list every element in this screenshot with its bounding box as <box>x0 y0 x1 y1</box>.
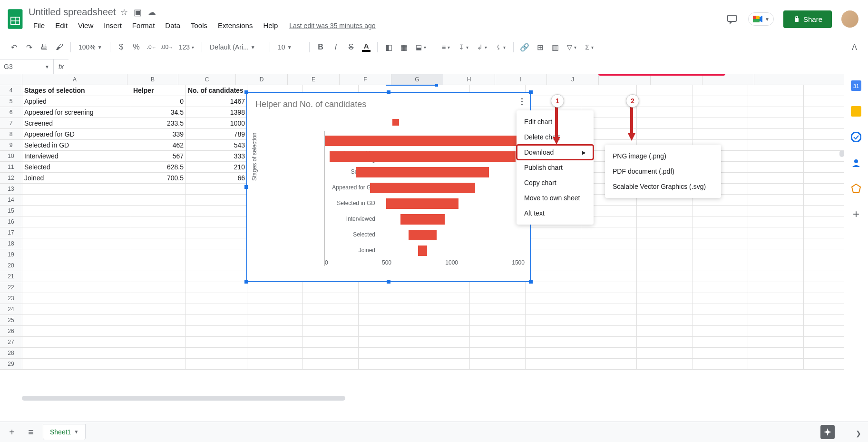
cell[interactable]: 339 <box>131 129 186 139</box>
cell[interactable]: 34.5 <box>131 107 186 118</box>
cell[interactable]: Stages of selection <box>22 85 131 96</box>
col-header-m[interactable] <box>702 74 754 85</box>
cell[interactable] <box>186 304 247 314</box>
cell[interactable] <box>22 260 131 271</box>
move-icon[interactable]: ▣ <box>134 7 142 18</box>
submenu-pdf[interactable]: PDF document (.pdf) <box>605 164 721 179</box>
number-format-select[interactable]: 123▾ <box>175 43 198 51</box>
link-button[interactable]: 🔗 <box>517 40 532 54</box>
row-header[interactable]: 19 <box>0 249 22 260</box>
row-header[interactable]: 21 <box>0 271 22 282</box>
merge-cells-button[interactable]: ⬓▾ <box>412 43 430 51</box>
cell[interactable] <box>22 359 131 369</box>
cell[interactable] <box>22 216 131 227</box>
cell[interactable] <box>22 271 131 282</box>
paint-format-button[interactable]: 🖌 <box>52 40 67 54</box>
cell[interactable]: 700.5 <box>131 173 186 183</box>
select-all-corner[interactable] <box>0 74 22 85</box>
row-header[interactable]: 16 <box>0 216 22 227</box>
row-header[interactable]: 28 <box>0 348 22 358</box>
col-header-c[interactable]: C <box>178 74 236 85</box>
cell[interactable] <box>22 337 131 347</box>
insert-comment-button[interactable]: ⊞ <box>533 40 547 54</box>
cell[interactable] <box>22 249 131 260</box>
cell[interactable] <box>131 227 186 238</box>
doc-title[interactable]: Untitled spreadsheet <box>29 7 116 18</box>
functions-button[interactable]: Σ▾ <box>581 43 597 51</box>
row-header[interactable]: 10 <box>0 151 22 161</box>
row-header[interactable]: 8 <box>0 129 22 139</box>
cell[interactable] <box>186 227 247 238</box>
cell[interactable] <box>186 315 247 325</box>
calendar-icon[interactable]: 31 <box>850 80 862 91</box>
cell[interactable] <box>22 282 131 293</box>
menu-insert[interactable]: Insert <box>99 20 127 31</box>
col-header-k[interactable] <box>599 74 651 85</box>
cell[interactable] <box>186 249 247 260</box>
cell[interactable] <box>186 271 247 282</box>
decrease-decimal-button[interactable]: .0← <box>145 40 159 54</box>
currency-button[interactable]: $ <box>114 40 128 54</box>
cell[interactable]: Selected <box>22 162 131 172</box>
cell[interactable]: Appeared for GD <box>22 129 131 139</box>
cell[interactable] <box>131 260 186 271</box>
cell[interactable] <box>22 293 131 304</box>
menu-help[interactable]: Help <box>258 20 283 31</box>
increase-decimal-button[interactable]: .00→ <box>160 40 174 54</box>
cloud-status-icon[interactable]: ☁ <box>147 7 156 18</box>
menu-extensions[interactable]: Extensions <box>213 20 257 31</box>
row-header[interactable]: 29 <box>0 359 22 369</box>
ctx-move-own-sheet[interactable]: Move to own sheet <box>517 190 594 206</box>
cell[interactable] <box>131 195 186 205</box>
side-panel-toggle[interactable]: ❯ <box>856 430 861 437</box>
italic-button[interactable]: I <box>329 40 343 54</box>
v-align-button[interactable]: ↧▾ <box>455 43 472 51</box>
submenu-svg[interactable]: Scalable Vector Graphics (.svg) <box>605 179 721 194</box>
row-header[interactable]: 27 <box>0 337 22 347</box>
cell[interactable] <box>22 227 131 238</box>
cell[interactable] <box>186 293 247 304</box>
row-header[interactable]: 6 <box>0 107 22 118</box>
menu-view[interactable]: View <box>73 20 98 31</box>
ctx-publish-chart[interactable]: Publish chart <box>517 160 594 175</box>
keep-icon[interactable] <box>850 106 862 117</box>
strikethrough-button[interactable]: S <box>344 40 358 54</box>
cell[interactable]: 567 <box>131 151 186 161</box>
font-select[interactable]: Default (Ari...▼ <box>206 43 266 51</box>
row-header[interactable]: 26 <box>0 326 22 336</box>
text-color-button[interactable]: A <box>359 40 373 54</box>
cell[interactable] <box>186 326 247 336</box>
cell[interactable] <box>186 184 247 194</box>
row-header[interactable]: 9 <box>0 140 22 150</box>
cell[interactable] <box>131 359 186 369</box>
col-header-d[interactable]: D <box>236 74 288 85</box>
cell[interactable] <box>186 359 247 369</box>
horizontal-scrollbar[interactable] <box>22 396 345 401</box>
percent-button[interactable]: % <box>129 40 144 54</box>
cell[interactable] <box>186 348 247 358</box>
cell[interactable] <box>131 184 186 194</box>
row-header[interactable]: 15 <box>0 206 22 216</box>
cell[interactable] <box>131 282 186 293</box>
comments-icon[interactable] <box>725 12 739 26</box>
sheets-logo-icon[interactable] <box>6 10 25 29</box>
zoom-select[interactable]: 100%▼ <box>75 43 106 51</box>
submenu-png[interactable]: PNG image (.png) <box>605 148 721 164</box>
cell[interactable]: 333 <box>186 151 247 161</box>
cell[interactable] <box>131 216 186 227</box>
print-button[interactable]: 🖶 <box>37 40 51 54</box>
cell[interactable] <box>22 206 131 216</box>
cell[interactable]: 0 <box>131 96 186 107</box>
col-header-e[interactable]: E <box>288 74 340 85</box>
redo-button[interactable]: ↷ <box>22 40 36 54</box>
insert-chart-button[interactable]: ▥ <box>548 40 562 54</box>
cell[interactable]: Selected in GD <box>22 140 131 150</box>
menu-tools[interactable]: Tools <box>186 20 212 31</box>
cell[interactable] <box>131 271 186 282</box>
cell[interactable] <box>131 293 186 304</box>
cell[interactable]: 1398 <box>186 107 247 118</box>
cell[interactable] <box>186 238 247 249</box>
collapse-toolbar-button[interactable]: ᐱ <box>847 40 861 54</box>
cell[interactable]: Screened <box>22 118 131 128</box>
rotate-button[interactable]: ⤹▾ <box>492 43 509 51</box>
